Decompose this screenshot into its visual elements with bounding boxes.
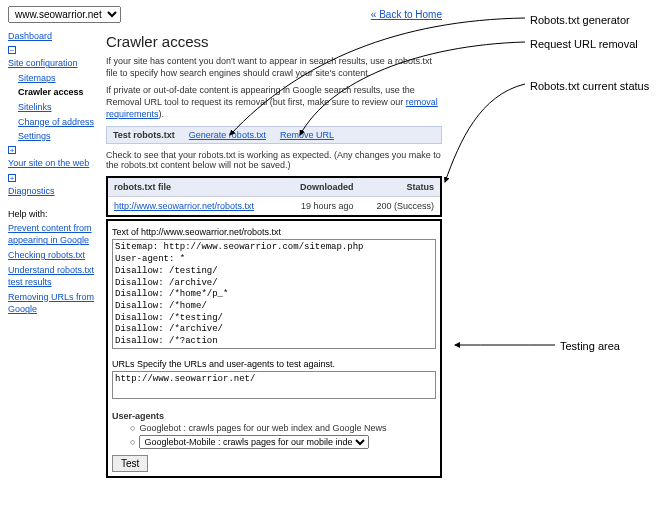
annotation-generator: Robots.txt generator: [530, 14, 630, 26]
bullet-icon: ○: [130, 423, 135, 433]
sidebar: Dashboard − Site configuration Sitemaps …: [8, 29, 98, 478]
urls-label: URLs Specify the URLs and user-agents to…: [112, 359, 436, 369]
minus-icon[interactable]: −: [8, 46, 16, 54]
nav-sitemaps[interactable]: Sitemaps: [18, 71, 98, 86]
nav-settings[interactable]: Settings: [18, 129, 98, 144]
robots-text-input[interactable]: [112, 239, 436, 349]
help-understand-results[interactable]: Understand robots.txt test results: [8, 263, 98, 290]
plus-icon[interactable]: +: [8, 146, 16, 154]
robots-status-table: robots.txt file Downloaded Status http:/…: [108, 178, 440, 215]
nav-your-site-web[interactable]: Your site on the web: [8, 156, 98, 171]
annotation-status: Robots.txt current status: [530, 80, 649, 92]
user-agents-heading: User-agents: [112, 411, 436, 421]
annotation-testing: Testing area: [560, 340, 620, 352]
nav-sitelinks[interactable]: Sitelinks: [18, 100, 98, 115]
nav-change-address[interactable]: Change of address: [18, 115, 98, 130]
ua-googlebot-label: Googlebot : crawls pages for our web ind…: [139, 423, 386, 433]
site-selector[interactable]: www.seowarrior.net: [8, 6, 121, 23]
back-to-home-link[interactable]: « Back to Home: [371, 9, 442, 20]
nav-dashboard[interactable]: Dashboard: [8, 29, 98, 44]
tabs-bar: Test robots.txt Generate robots.txt Remo…: [106, 126, 442, 144]
intro-text-2: If private or out-of-date content is app…: [106, 85, 442, 120]
tab-test-robots[interactable]: Test robots.txt: [113, 130, 175, 140]
main-content: Crawler access If your site has content …: [106, 29, 442, 478]
nav-crawler-access[interactable]: Crawler access: [18, 85, 98, 100]
help-prevent-content[interactable]: Prevent content from appearing in Google: [8, 221, 98, 248]
ua-select[interactable]: Googlebot-Mobile : crawls pages for our …: [139, 435, 369, 449]
table-row: http://www.seowarrior.net/robots.txt 19 …: [108, 197, 440, 216]
plus-icon[interactable]: +: [8, 174, 16, 182]
bullet-icon: ○: [130, 437, 135, 447]
annotation-remove-url: Request URL removal: [530, 38, 638, 50]
col-file: robots.txt file: [108, 178, 284, 197]
help-checking-robots[interactable]: Checking robots.txt: [8, 248, 98, 263]
urls-input[interactable]: [112, 371, 436, 399]
help-removing-urls[interactable]: Removing URLs from Google: [8, 290, 98, 317]
help-heading: Help with:: [8, 208, 98, 221]
tab-remove-url[interactable]: Remove URL: [280, 130, 334, 140]
nav-site-configuration[interactable]: Site configuration: [8, 56, 98, 71]
col-status: Status: [360, 178, 440, 197]
tab-generate-robots[interactable]: Generate robots.txt: [189, 130, 266, 140]
page-title: Crawler access: [106, 33, 442, 50]
robots-status-box: robots.txt file Downloaded Status http:/…: [106, 176, 442, 217]
robots-file-link[interactable]: http://www.seowarrior.net/robots.txt: [114, 201, 254, 211]
nav-diagnostics[interactable]: Diagnostics: [8, 184, 98, 199]
intro-text-1: If your site has content you don't want …: [106, 56, 442, 79]
col-downloaded: Downloaded: [284, 178, 360, 197]
downloaded-value: 19 hours ago: [284, 197, 360, 216]
status-value: 200 (Success): [360, 197, 440, 216]
testing-area: Text of http://www.seowarrior.net/robots…: [106, 219, 442, 478]
test-note: Check to see that your robots.txt is wor…: [106, 150, 442, 170]
robots-text-label: Text of http://www.seowarrior.net/robots…: [112, 227, 436, 237]
test-button[interactable]: Test: [112, 455, 148, 472]
